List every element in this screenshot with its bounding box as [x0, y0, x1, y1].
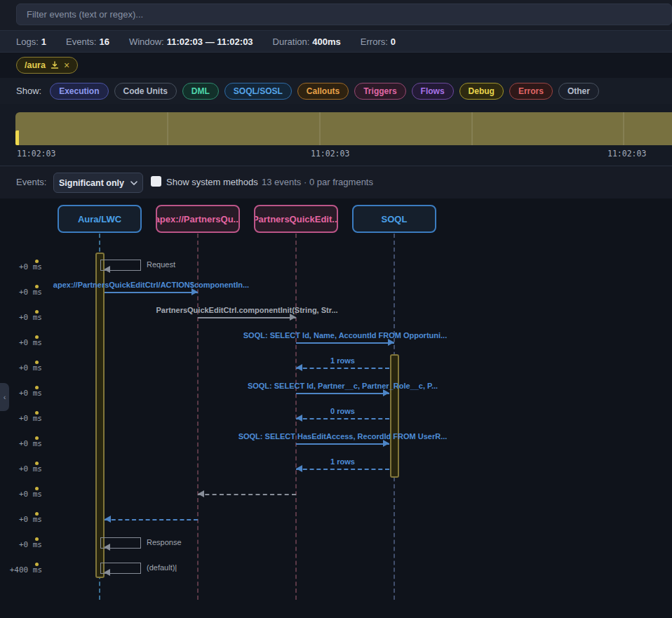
show-chip-code-units[interactable]: Code Units — [114, 83, 177, 100]
message-label[interactable]: SOQL: SELECT Id, Partner__c, Partner_Rol… — [224, 382, 462, 390]
message-line[interactable] — [296, 443, 389, 445]
event-dot — [35, 487, 39, 490]
event-dot — [35, 512, 39, 516]
time-label: +0 ms — [0, 464, 42, 473]
show-label: Show: — [16, 86, 41, 96]
timeline-timestamp: 11:02:03 — [607, 149, 646, 159]
timeline-gridline — [319, 112, 321, 145]
show-chip-callouts[interactable]: Callouts — [297, 83, 349, 100]
events-toolbar: Events: Significant only Show system met… — [0, 166, 672, 199]
arrowhead-icon — [105, 516, 111, 523]
chevron-down-icon — [130, 181, 137, 185]
stat-value: 11:02:03 — 11:02:03 — [167, 36, 253, 47]
message-label[interactable]: PartnersQuickEditCtrl.componentInit(Stri… — [128, 306, 366, 314]
message-label[interactable]: 1 rows — [224, 356, 462, 365]
arrowhead-icon — [383, 440, 389, 447]
message-label[interactable]: SOQL: SELECT HasEditAccess, RecordId FRO… — [224, 432, 462, 441]
message-line[interactable] — [198, 494, 296, 495]
aura-chip-label: /aura — [25, 60, 46, 70]
event-dot — [35, 260, 39, 263]
arrowhead-icon — [388, 339, 394, 346]
event-dot — [35, 361, 39, 364]
message-label[interactable]: (default)| — [147, 563, 177, 572]
message-label[interactable]: 1 rows — [224, 457, 462, 466]
message-line[interactable] — [296, 418, 389, 419]
time-label: +0 ms — [0, 313, 42, 322]
message-label[interactable]: SOQL: SELECT Id, Name, AccountId FROM Op… — [226, 331, 464, 340]
aura-filter-chip[interactable]: /aura × — [16, 57, 78, 74]
arrowhead-icon — [296, 415, 302, 422]
show-chip-dml[interactable]: DML — [182, 83, 219, 100]
message-line[interactable] — [198, 317, 296, 318]
stat-item: Duration:400ms — [273, 36, 341, 47]
show-chip-debug[interactable]: Debug — [459, 83, 504, 100]
event-dot — [35, 462, 39, 465]
message-label[interactable]: apex://PartnersQuickEditCtrl/ACTION$comp… — [32, 281, 271, 289]
message-label[interactable]: 0 rows — [224, 407, 462, 415]
time-label: +0 ms — [0, 262, 42, 271]
show-chip-other[interactable]: Other — [558, 83, 599, 100]
stat-value: 400ms — [312, 36, 340, 47]
timeline-band[interactable] — [15, 112, 672, 145]
close-icon[interactable]: × — [64, 60, 69, 70]
filter-bar — [0, 0, 672, 30]
message-label[interactable]: Request — [147, 260, 175, 269]
timeline-gridline — [471, 112, 473, 145]
timeline-gridline — [167, 112, 168, 145]
show-chip-execution[interactable]: Execution — [50, 83, 108, 100]
arrowhead-icon — [104, 266, 110, 273]
show-system-methods-label: Show system methods — [166, 177, 258, 187]
event-dot — [35, 411, 39, 415]
lane-header-3[interactable]: SOQL — [352, 205, 436, 233]
arrowhead-icon — [104, 569, 110, 576]
stat-item: Logs:1 — [16, 36, 46, 47]
stat-item: Events:16 — [66, 36, 109, 47]
timeline-gridline — [623, 112, 624, 145]
arrowhead-icon — [296, 465, 302, 472]
show-chip-triggers[interactable]: Triggers — [354, 83, 405, 100]
events-summary: 13 events · 0 par fragments — [262, 177, 373, 187]
filter-events-input[interactable] — [16, 4, 672, 25]
show-filter-row: Show: ExecutionCode UnitsDMLSOQL/SOSLCal… — [0, 78, 672, 104]
timeline-timestamp: 11:02:03 — [17, 149, 55, 159]
stat-item: Window:11:02:03 — 11:02:03 — [129, 36, 253, 47]
events-label: Events: — [16, 177, 46, 187]
event-dot — [35, 310, 39, 314]
timeline-minimap: 11:02:0311:02:0311:02:03 — [0, 104, 672, 166]
event-dot — [35, 335, 39, 339]
show-system-methods-checkbox[interactable] — [151, 176, 161, 187]
stat-item: Errors:0 — [361, 36, 396, 47]
message-line[interactable] — [105, 292, 198, 293]
arrowhead-icon — [383, 389, 389, 396]
show-chip-soql-sosl[interactable]: SOQL/SOSL — [224, 83, 292, 100]
arrowhead-icon — [191, 288, 198, 295]
download-icon[interactable] — [51, 61, 59, 69]
time-label: +400 ms — [0, 565, 42, 575]
events-filter-dropdown[interactable]: Significant only — [53, 173, 143, 193]
event-dot — [35, 386, 39, 389]
time-label: +0 ms — [0, 439, 42, 448]
lane-header-2[interactable]: PartnersQuickEdit... — [254, 205, 338, 233]
event-dot — [35, 436, 39, 440]
activation-bar-aura — [95, 253, 105, 578]
stat-value: 16 — [99, 36, 109, 47]
show-chip-flows[interactable]: Flows — [412, 83, 454, 100]
lane-header-1[interactable]: apex://PartnersQu... — [156, 205, 240, 233]
events-filter-value: Significant only — [59, 178, 124, 188]
lane-header-0[interactable]: Aura/LWC — [58, 205, 142, 233]
filter-chip-row: /aura × — [0, 53, 672, 78]
arrowhead-icon — [104, 544, 110, 551]
sequence-diagram: ‹ Aura/LWCapex://PartnersQu...PartnersQu… — [0, 199, 672, 618]
message-label[interactable]: Response — [147, 538, 182, 546]
time-label: +0 ms — [0, 338, 42, 347]
time-label: +0 ms — [0, 363, 42, 372]
message-line[interactable] — [296, 469, 389, 470]
message-line[interactable] — [296, 393, 389, 394]
timeline-position-marker — [15, 130, 19, 145]
message-line[interactable] — [296, 342, 394, 344]
message-line[interactable] — [296, 368, 389, 369]
arrowhead-icon — [290, 314, 296, 321]
time-label: +0 ms — [0, 389, 42, 398]
show-chip-errors[interactable]: Errors — [509, 83, 553, 100]
message-line[interactable] — [105, 519, 198, 520]
